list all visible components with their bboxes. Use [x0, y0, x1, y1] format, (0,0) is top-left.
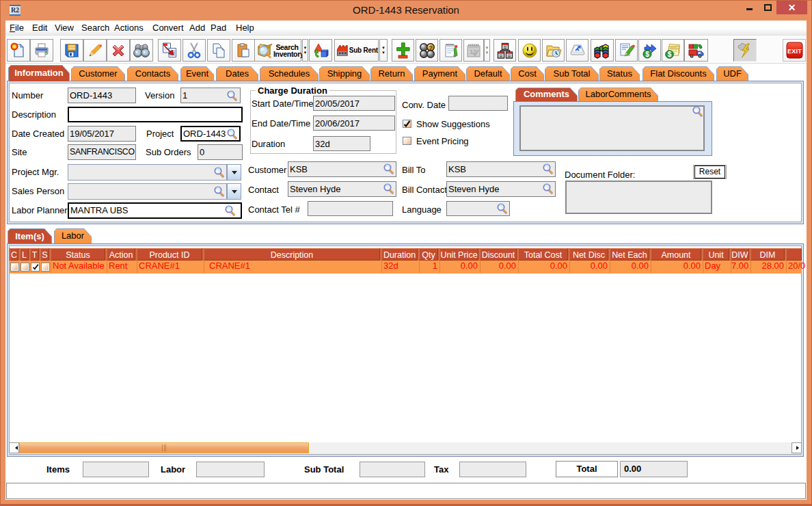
svg-text:?: ?	[429, 44, 433, 51]
svg-text:EXIT: EXIT	[787, 48, 802, 55]
svg-text:$: $	[645, 50, 649, 57]
svg-text:$: $	[667, 51, 671, 58]
